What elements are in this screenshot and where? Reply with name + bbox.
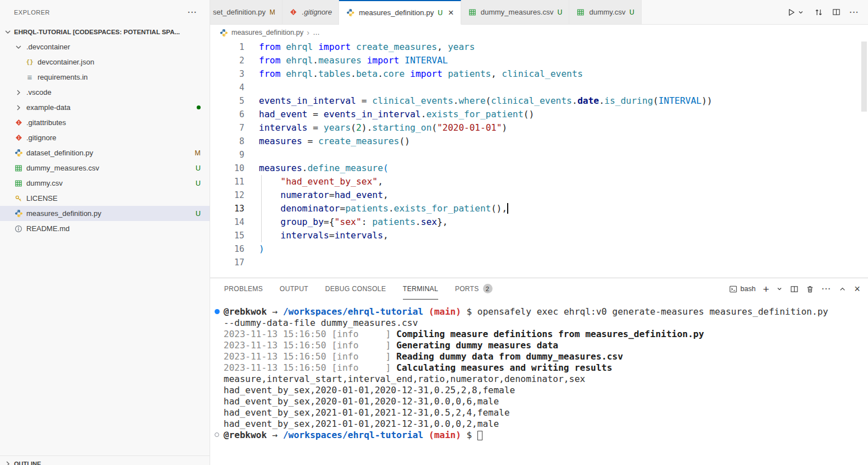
explorer-title: EXPLORER bbox=[14, 9, 50, 16]
line-number: 4 bbox=[210, 81, 244, 94]
play-icon bbox=[787, 8, 796, 17]
code-text: from ehrql.tables.beta.core import patie… bbox=[244, 67, 583, 81]
panel-actions: bash + ··· × bbox=[728, 284, 860, 294]
tree-item-.vscode[interactable]: .vscode bbox=[0, 85, 210, 100]
bottom-panel: PROBLEMSOUTPUTDEBUG CONSOLETERMINALPORTS… bbox=[210, 278, 868, 465]
code-line[interactable]: 12 numerator=had_event, bbox=[210, 188, 868, 202]
code-line[interactable]: 5events_in_interval = clinical_events.wh… bbox=[210, 94, 868, 108]
tree-item-devcontainer.json[interactable]: {}devcontainer.json bbox=[0, 54, 210, 70]
tree-item-.gitignore[interactable]: .gitignore bbox=[0, 130, 210, 145]
reqs-icon: ≡ bbox=[25, 73, 34, 82]
line-number: 17 bbox=[210, 256, 244, 269]
file-name: README.md bbox=[26, 224, 69, 233]
line-number: 5 bbox=[210, 94, 244, 108]
code-editor[interactable]: 1from ehrql import create_measures, year… bbox=[210, 40, 868, 278]
command-decoration-open[interactable] bbox=[215, 432, 219, 437]
editor-scrollbar[interactable] bbox=[861, 42, 867, 112]
outline-label: OUTLINE bbox=[14, 461, 41, 465]
close-icon[interactable]: × bbox=[448, 8, 454, 17]
panel-tab-ports[interactable]: PORTS2 bbox=[455, 278, 493, 300]
tab-label: dummy_measures.csv bbox=[481, 8, 554, 16]
code-line[interactable]: 9 bbox=[210, 148, 868, 162]
breadcrumb[interactable]: measures_definition.py › … bbox=[210, 25, 868, 40]
tree-item-example-data[interactable]: example-data bbox=[0, 100, 210, 115]
terminal-icon bbox=[728, 284, 737, 293]
code-text: events_in_interval = clinical_events.whe… bbox=[244, 94, 712, 108]
panel-more-button[interactable]: ··· bbox=[821, 285, 831, 293]
code-text: ) bbox=[244, 242, 264, 256]
chevron-right-icon: › bbox=[307, 28, 310, 37]
code-line[interactable]: 15 intervals=intervals, bbox=[210, 229, 868, 242]
project-header[interactable]: EHRQL-TUTORIAL [CODESPACES: POTENTIAL SP… bbox=[0, 25, 210, 39]
code-line[interactable]: 10measures.define_measure( bbox=[210, 162, 868, 175]
tab-measures_definition.py[interactable]: measures_definition.pyU× bbox=[339, 0, 461, 25]
csv-icon bbox=[14, 179, 23, 188]
tree-item-dummy.csv[interactable]: dummy.csvU bbox=[0, 176, 210, 191]
code-line[interactable]: 1from ehrql import create_measures, year… bbox=[210, 40, 868, 54]
maximize-panel-button[interactable] bbox=[838, 285, 847, 293]
explorer-more-button[interactable]: ··· bbox=[188, 8, 197, 16]
code-line[interactable]: 13 denominator=patients.exists_for_patie… bbox=[210, 202, 868, 215]
panel-tab-terminal[interactable]: TERMINAL bbox=[403, 278, 438, 300]
code-line[interactable]: 2from ehrql.measures import INTERVAL bbox=[210, 54, 868, 67]
terminal-line: had_event_by_sex,2020-01-01,2020-12-31,0… bbox=[224, 385, 864, 396]
code-line[interactable]: 11 "had_event_by_sex", bbox=[210, 175, 868, 188]
code-line[interactable]: 16) bbox=[210, 242, 868, 256]
new-terminal-button[interactable]: + bbox=[763, 284, 769, 294]
split-editor-button[interactable] bbox=[832, 8, 841, 16]
editor-more-button[interactable]: ··· bbox=[850, 8, 859, 16]
tab-dummy_measures.csv[interactable]: dummy_measures.csvU bbox=[461, 0, 570, 24]
line-number: 1 bbox=[210, 40, 244, 54]
file-name: .gitattributes bbox=[26, 118, 66, 127]
panel-tab-debug-console[interactable]: DEBUG CONSOLE bbox=[325, 278, 386, 300]
code-line[interactable]: 6had_event = events_in_interval.exists_f… bbox=[210, 108, 868, 121]
breadcrumb-symbol[interactable]: … bbox=[313, 29, 320, 36]
code-text bbox=[244, 81, 259, 94]
git-icon bbox=[14, 118, 23, 127]
compare-changes-icon[interactable] bbox=[814, 8, 823, 17]
split-terminal-button[interactable] bbox=[790, 285, 799, 293]
explorer-header: EXPLORER ··· bbox=[0, 0, 210, 25]
tree-item-dataset_definition.py[interactable]: dataset_definition.pyM bbox=[0, 145, 210, 160]
line-number: 14 bbox=[210, 215, 244, 229]
terminal-line: measure,interval_start,interval_end,rati… bbox=[224, 374, 864, 385]
code-line[interactable]: 4 bbox=[210, 81, 868, 94]
file-name: LICENSE bbox=[26, 194, 58, 202]
code-line[interactable]: 8measures = create_measures() bbox=[210, 135, 868, 148]
launch-profile-chevron-down-icon[interactable] bbox=[776, 286, 783, 292]
code-line[interactable]: 17 bbox=[210, 256, 868, 269]
tree-item-README.md[interactable]: README.md bbox=[0, 221, 210, 236]
code-text: measures.define_measure( bbox=[244, 162, 388, 175]
tree-item-requirements.in[interactable]: ≡requirements.in bbox=[0, 70, 210, 85]
panel-tab-problems[interactable]: PROBLEMS bbox=[224, 278, 263, 300]
tree-item-measures_definition.py[interactable]: measures_definition.pyU bbox=[0, 206, 210, 221]
line-number: 6 bbox=[210, 108, 244, 121]
tree-item-dummy_measures.csv[interactable]: dummy_measures.csvU bbox=[0, 160, 210, 176]
file-name: .vscode bbox=[26, 88, 52, 96]
project-name: EHRQL-TUTORIAL [CODESPACES: POTENTIAL SP… bbox=[14, 29, 180, 35]
tree-item-LICENSE[interactable]: LICENSE bbox=[0, 191, 210, 206]
kill-terminal-button[interactable] bbox=[806, 285, 814, 293]
tree-item-.gitattributes[interactable]: .gitattributes bbox=[0, 115, 210, 130]
untracked-dot bbox=[197, 105, 201, 109]
shell-selector[interactable]: bash bbox=[728, 284, 755, 293]
ports-count-badge: 2 bbox=[483, 284, 493, 293]
file-name: .gitignore bbox=[26, 133, 56, 142]
tab-dummy.csv[interactable]: dummy.csvU bbox=[569, 0, 641, 24]
line-number: 16 bbox=[210, 242, 244, 256]
tab-set_definition.py[interactable]: set_definition.pyM bbox=[210, 0, 282, 24]
breadcrumb-file[interactable]: measures_definition.py bbox=[231, 29, 304, 36]
tree-item-.devcontainer[interactable]: .devcontainer bbox=[0, 39, 210, 54]
terminal[interactable]: @rebkwok → /workspaces/ehrql-tutorial (m… bbox=[210, 300, 868, 465]
close-panel-button[interactable]: × bbox=[854, 284, 860, 294]
code-line[interactable]: 3from ehrql.tables.beta.core import pati… bbox=[210, 67, 868, 81]
outline-section[interactable]: OUTLINE bbox=[0, 455, 210, 465]
panel-tab-output[interactable]: OUTPUT bbox=[280, 278, 308, 300]
chevron-right-icon bbox=[14, 88, 23, 97]
code-line[interactable]: 14 group_by={"sex": patients.sex}, bbox=[210, 215, 868, 229]
tab-.gitignore[interactable]: .gitignore bbox=[282, 0, 339, 24]
code-line[interactable]: 7intervals = years(2).starting_on("2020-… bbox=[210, 121, 868, 135]
command-decoration-filled[interactable] bbox=[215, 309, 220, 314]
line-number: 9 bbox=[210, 148, 244, 162]
run-python-button[interactable] bbox=[787, 8, 805, 17]
